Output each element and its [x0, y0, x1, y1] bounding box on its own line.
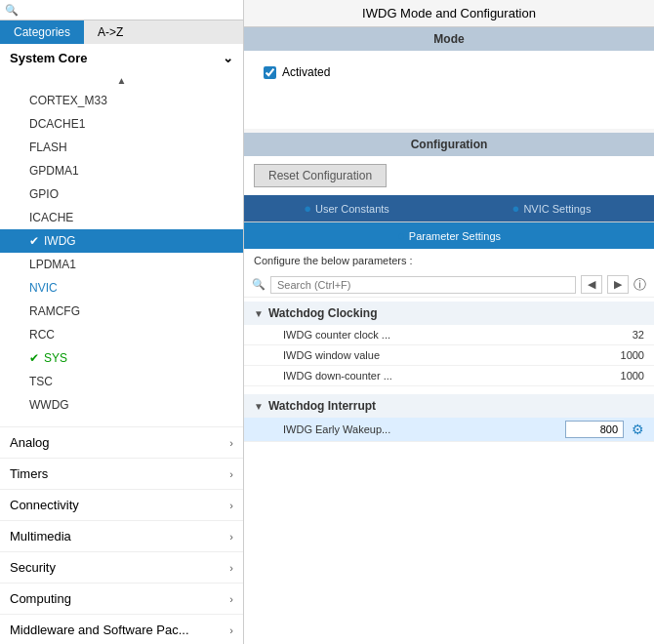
param-name: IWDG window value	[283, 349, 605, 361]
search-bar: 🔍	[0, 0, 243, 20]
mode-content: Activated	[244, 51, 654, 129]
category-security[interactable]: Security ›	[0, 551, 243, 583]
item-label: FLASH	[29, 141, 67, 154]
nav-prev-button[interactable]: ◀	[581, 275, 602, 294]
param-row: IWDG counter clock ... 32	[244, 325, 654, 345]
tab-row: Categories A->Z	[0, 20, 243, 44]
item-label: TSC	[29, 375, 53, 388]
collapse-icon: ▼	[254, 308, 264, 319]
config-tabs-row1: ● User Constants ● NVIC Settings	[244, 195, 654, 222]
activated-checkbox[interactable]	[264, 66, 276, 79]
nav-next-button[interactable]: ▶	[607, 275, 629, 294]
chevron-right-icon: ›	[229, 562, 233, 574]
category-label: Connectivity	[10, 498, 79, 512]
param-row-editable: IWDG Early Wakeup... ⚙	[244, 418, 654, 442]
item-label: ICACHE	[29, 211, 73, 224]
right-panel: IWDG Mode and Configuration Mode Activat…	[244, 0, 654, 644]
sidebar-item-icache[interactable]: ICACHE	[0, 206, 243, 229]
item-label: SYS	[44, 351, 67, 365]
category-timers[interactable]: Timers ›	[0, 458, 243, 489]
item-label: IWDG	[44, 234, 76, 248]
chevron-right-icon: ›	[229, 500, 233, 511]
tab-nvic-settings[interactable]: ● NVIC Settings	[449, 195, 654, 221]
param-name: IWDG down-counter ...	[283, 370, 605, 382]
panel-title: IWDG Mode and Configuration	[244, 0, 654, 27]
category-connectivity[interactable]: Connectivity ›	[0, 489, 243, 520]
search-icon: 🔍	[252, 278, 266, 291]
item-label: RCC	[29, 328, 55, 342]
item-label: LPDMA1	[29, 258, 76, 271]
chevron-down-icon: ⌄	[223, 51, 233, 65]
circle-check-icon: ●	[512, 201, 520, 216]
mode-header: Mode	[244, 27, 654, 51]
scroll-up-button[interactable]: ▲	[117, 75, 127, 86]
item-label: CORTEX_M33	[29, 94, 107, 107]
sidebar-item-gpio[interactable]: GPIO	[0, 182, 243, 206]
item-label: RAMCFG	[29, 304, 80, 318]
chevron-right-icon: ›	[229, 593, 233, 605]
item-label: NVIC	[29, 281, 58, 295]
sidebar-item-sys[interactable]: ✔ SYS	[0, 346, 243, 370]
params-hint: Configure the below parameters :	[244, 249, 654, 272]
param-group-watchdog-clocking: ▼ Watchdog Clocking IWDG counter clock .…	[244, 298, 654, 390]
tab-categories[interactable]: Categories	[0, 20, 84, 44]
params-search-row: 🔍 ◀ ▶ ⓘ	[244, 272, 654, 298]
system-core-header[interactable]: System Core ⌄	[0, 44, 243, 72]
sidebar-content: System Core ⌄ ▲ CORTEX_M33 DCACHE1 FLASH…	[0, 44, 243, 644]
sidebar-item-nvic[interactable]: NVIC	[0, 276, 243, 300]
chevron-right-icon: ›	[229, 531, 233, 543]
sidebar-item-iwdg[interactable]: ✔ IWDG	[0, 229, 243, 253]
tab-label: Parameter Settings	[409, 230, 501, 242]
sidebar-item-gpdma1[interactable]: GPDMA1	[0, 159, 243, 182]
sidebar-item-tsc[interactable]: TSC	[0, 370, 243, 393]
collapse-icon: ▼	[254, 401, 264, 412]
category-analog[interactable]: Analog ›	[0, 426, 243, 458]
category-label: Middleware and Software Pac...	[10, 623, 189, 637]
category-computing[interactable]: Computing ›	[0, 583, 243, 614]
category-multimedia[interactable]: Multimedia ›	[0, 520, 243, 551]
tab-user-constants[interactable]: ● User Constants	[244, 195, 449, 221]
tab-az[interactable]: A->Z	[84, 20, 137, 44]
circle-check-icon: ●	[304, 201, 311, 216]
category-label: Timers	[10, 466, 48, 481]
param-group-header[interactable]: ▼ Watchdog Interrupt	[244, 394, 654, 418]
info-button[interactable]: ⓘ	[634, 276, 646, 294]
reset-config-button[interactable]: Reset Configuration	[254, 164, 387, 187]
param-value: 1000	[605, 370, 644, 382]
mode-section: Mode Activated	[244, 27, 654, 129]
param-value-input[interactable]	[565, 421, 624, 438]
chevron-right-icon: ›	[229, 624, 233, 636]
param-name: IWDG counter clock ...	[283, 329, 605, 341]
category-middleware[interactable]: Middleware and Software Pac... ›	[0, 614, 243, 644]
item-label: WWDG	[29, 398, 69, 412]
sidebar-item-dcache1[interactable]: DCACHE1	[0, 112, 243, 136]
sidebar-item-flash[interactable]: FLASH	[0, 136, 243, 159]
search-input[interactable]	[22, 3, 238, 17]
activated-label: Activated	[282, 65, 330, 79]
circle-check-icon: ●	[397, 228, 405, 243]
sidebar-item-wwdg[interactable]: WWDG	[0, 393, 243, 417]
param-group-header[interactable]: ▼ Watchdog Clocking	[244, 302, 654, 325]
item-label: GPIO	[29, 187, 59, 201]
param-row: IWDG window value 1000	[244, 345, 654, 366]
system-core-label: System Core	[10, 51, 87, 65]
scroll-indicator: ▲	[0, 72, 243, 89]
sidebar-item-cortex-m33[interactable]: CORTEX_M33	[0, 89, 243, 112]
sidebar-item-ramcfg[interactable]: RAMCFG	[0, 300, 243, 323]
sidebar-item-lpdma1[interactable]: LPDMA1	[0, 253, 243, 276]
param-value: 1000	[605, 349, 644, 361]
gear-icon-button[interactable]: ⚙	[632, 422, 644, 437]
left-panel: 🔍 Categories A->Z System Core ⌄ ▲ CORTEX…	[0, 0, 244, 644]
category-label: Computing	[10, 591, 71, 606]
param-value: 32	[605, 329, 644, 341]
category-label: Analog	[10, 435, 49, 450]
tab-parameter-settings[interactable]: ● Parameter Settings	[244, 222, 654, 249]
check-icon: ✔	[29, 351, 39, 365]
chevron-right-icon: ›	[229, 468, 233, 480]
tab-label: NVIC Settings	[523, 203, 591, 215]
param-group-watchdog-interrupt: ▼ Watchdog Interrupt IWDG Early Wakeup..…	[244, 390, 654, 446]
params-search-input[interactable]	[270, 276, 576, 294]
config-section: Configuration Reset Configuration ● User…	[244, 133, 654, 644]
config-header: Configuration	[244, 133, 654, 156]
sidebar-item-rcc[interactable]: RCC	[0, 323, 243, 346]
